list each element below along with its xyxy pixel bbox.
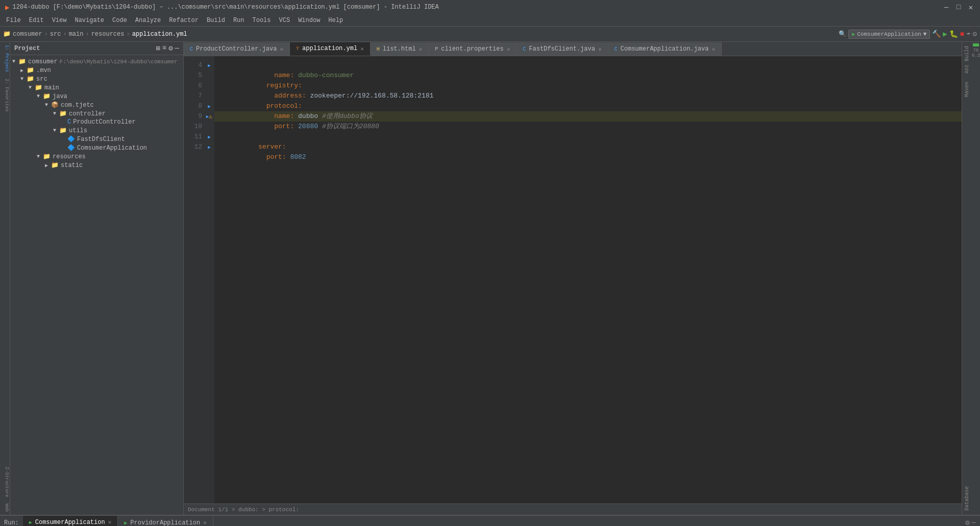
menu-refactor[interactable]: Refactor — [165, 16, 203, 25]
gutter-cell-8: ▶ — [204, 101, 214, 111]
search-icon[interactable]: 🔍 — [839, 30, 846, 38]
tab-maven[interactable]: Maven — [963, 78, 971, 101]
coverage-icon[interactable]: ☂ — [966, 30, 970, 38]
tree-icon-comtjetc: 📦 — [51, 101, 59, 109]
tab-close-comsumerapplication[interactable]: ✕ — [712, 46, 715, 53]
toolbar-project-icon: 📁 — [3, 30, 11, 38]
breadcrumb-main[interactable]: main — [69, 31, 84, 38]
menu-navigate[interactable]: Navigate — [70, 16, 108, 25]
tree-label-comsumerapplication: ComsumerApplication — [77, 145, 147, 152]
tree-icon-comsumerapplication: 🔷 — [67, 144, 75, 152]
tree-item-resources[interactable]: ▼ 📁 resources — [10, 152, 183, 161]
tab-productcontroller[interactable]: C ProductController.java ✕ — [184, 42, 290, 56]
tree-label-fastdfsclient: FastDfsClient — [77, 136, 125, 143]
code-line-11: server: — [214, 132, 962, 142]
build-icon[interactable]: 🔨 — [932, 30, 941, 38]
tree-icon-productcontroller: C — [67, 118, 71, 126]
tree-item-java[interactable]: ▼ 📁 java — [10, 92, 183, 101]
menu-analyze[interactable]: Analyze — [131, 16, 165, 25]
breadcrumb-comsumer[interactable]: comsumer — [13, 31, 42, 38]
menu-vcs[interactable]: VCS — [275, 16, 295, 25]
tab-fastdfsclient[interactable]: C FastDfsClient.java ✕ — [517, 42, 608, 56]
sidebar-icon-gear[interactable]: ⚙ — [168, 44, 173, 53]
tab-close-fastdfsclient[interactable]: ✕ — [598, 46, 602, 53]
stop-icon[interactable]: ■ — [960, 30, 964, 38]
breadcrumb-resources[interactable]: resources — [91, 31, 125, 38]
tab-structure[interactable]: Z-Structure — [0, 464, 10, 500]
tree-item-root[interactable]: ▼ 📁 comsumer F:\demo\Mybatis\1204-dubbo\… — [10, 57, 183, 66]
sidebar-icon-hide[interactable]: — — [175, 44, 179, 53]
tree-label-utils: utils — [69, 127, 87, 134]
tree-item-mvn[interactable]: ▶ 📁 .mvn — [10, 66, 183, 75]
tree-icon-root: 📁 — [18, 58, 26, 65]
sidebar-icon-external[interactable]: ⊞ — [156, 44, 160, 53]
tree-item-main[interactable]: ▼ 📁 main — [10, 83, 183, 92]
minimize-button[interactable]: — — [942, 3, 950, 11]
tab-web[interactable]: Web — [0, 500, 10, 515]
run-tab-close-providor[interactable]: ✕ — [203, 519, 207, 526]
run-tab-label-providor: ProvidorApplication — [130, 519, 200, 527]
menu-view[interactable]: View — [48, 16, 71, 25]
run-icon[interactable]: ▶ — [943, 30, 947, 38]
run-tab-comsumerapplication[interactable]: ▶ ComsumerApplication ✕ — [23, 516, 118, 527]
tab-close-productcontroller[interactable]: ✕ — [280, 46, 283, 53]
tab-database[interactable]: Database — [963, 482, 971, 515]
editor-area: C ProductController.java ✕ Y application… — [184, 42, 962, 515]
run-tab-icon-comsumer: ▶ — [29, 519, 32, 525]
tab-favorites[interactable]: 2: Favorites — [0, 76, 10, 115]
breadcrumb-src[interactable]: src — [50, 31, 61, 38]
menu-help[interactable]: Help — [324, 16, 347, 25]
scroll-num: 76 — [973, 48, 979, 53]
code-line-8: name: dubbo #使用dubbo协议 — [214, 101, 962, 111]
tab-comsumerapplication[interactable]: C ComsumerApplication.java ✕ — [608, 42, 722, 56]
menu-code[interactable]: Code — [108, 16, 131, 25]
run-tab-providorapplication[interactable]: ▶ ProvidorApplication ✕ — [118, 516, 213, 527]
tab-icon-productcontroller: C — [190, 46, 193, 52]
editor-breadcrumb-text: Document 1/1 > dubbo: > protocol: — [188, 507, 299, 513]
tree-item-controller[interactable]: ▼ 📁 controller — [10, 109, 183, 118]
menu-file[interactable]: File — [2, 16, 25, 25]
breadcrumb-sep4: › — [126, 31, 130, 38]
menu-tools[interactable]: Tools — [249, 16, 275, 25]
debug-icon[interactable]: 🐛 — [949, 30, 958, 38]
tree-item-comtjetc[interactable]: ▼ 📦 com.tjetc — [10, 101, 183, 109]
settings-icon[interactable]: ⚙ — [973, 30, 977, 38]
tab-project[interactable]: 1: Project — [0, 42, 10, 76]
tree-icon-main: 📁 — [35, 84, 42, 91]
run-label-text: Run: — [4, 519, 19, 527]
menu-edit[interactable]: Edit — [25, 16, 48, 25]
tree-item-productcontroller[interactable]: ▶ C ProductController — [10, 118, 183, 126]
bottom-hide-icon[interactable]: — — [972, 518, 976, 526]
tree-arrow-controller: ▼ — [53, 111, 58, 116]
menu-run[interactable]: Run — [229, 16, 249, 25]
scroll-area: 76 6.2 — [972, 42, 980, 515]
menu-build[interactable]: Build — [203, 16, 229, 25]
tree-item-fastdfsclient[interactable]: ▶ 🔷 FastDfsClient — [10, 135, 183, 144]
tree-item-static[interactable]: ▶ 📁 static — [10, 161, 183, 170]
sidebar-icon-collapse[interactable]: ≡ — [162, 44, 166, 53]
tab-close-applicationyml[interactable]: ✕ — [360, 45, 364, 52]
tree-label-src: src — [36, 76, 47, 83]
tree-item-src[interactable]: ▼ 📁 src — [10, 75, 183, 83]
gutter-cell-4: ▶ — [204, 60, 214, 70]
run-config-dropdown[interactable]: ▶ ComsumerApplication ▼ — [848, 30, 930, 39]
tree-item-comsumerapplication[interactable]: ▶ 🔷 ComsumerApplication — [10, 144, 183, 152]
tab-close-listhtml[interactable]: ✕ — [419, 46, 423, 53]
gutter-cell-12: ▶ — [204, 142, 214, 152]
close-button[interactable]: ✕ — [967, 3, 975, 11]
tree-path-root: F:\demo\Mybatis\1204-dubbo\comsumer — [60, 59, 178, 65]
tab-listhtml[interactable]: H list.html ✕ — [371, 42, 429, 56]
gutter-warning-9[interactable]: ⚠ — [209, 113, 212, 121]
breadcrumb-file[interactable]: application.yml — [132, 31, 187, 38]
menu-window[interactable]: Window — [294, 16, 324, 25]
tab-ant-build[interactable]: Ant Build — [963, 42, 971, 78]
bottom-settings-icon[interactable]: ⚙ — [965, 518, 969, 526]
tab-clientproperties[interactable]: P client.properties ✕ — [429, 42, 517, 56]
run-config-icon: ▶ — [852, 31, 855, 37]
maximize-button[interactable]: □ — [954, 3, 963, 11]
tree-item-utils[interactable]: ▼ 📁 utils — [10, 126, 183, 135]
code-area[interactable]: name: dubbo-consumer registry: address: … — [214, 56, 962, 504]
tab-applicationyml[interactable]: Y application.yml ✕ — [290, 42, 371, 56]
tab-close-clientproperties[interactable]: ✕ — [507, 46, 510, 53]
run-tab-close-comsumer[interactable]: ✕ — [108, 519, 112, 525]
